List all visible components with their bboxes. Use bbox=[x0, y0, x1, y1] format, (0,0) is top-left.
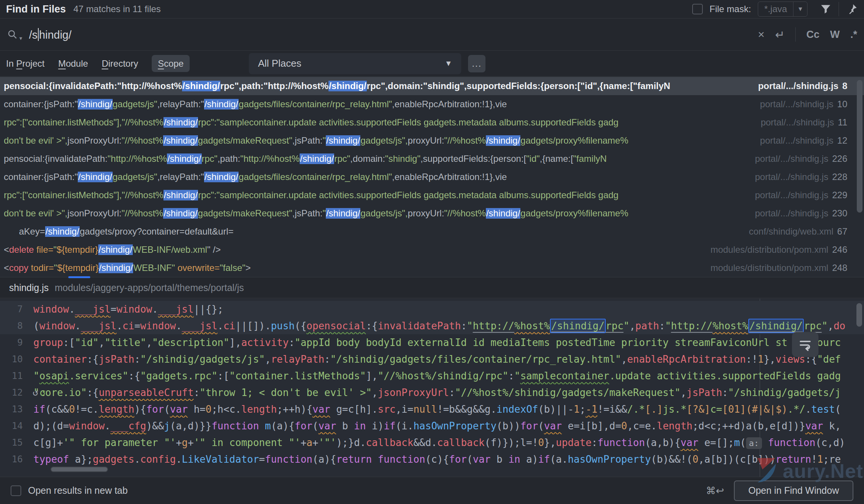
result-row[interactable]: don't be evil' >",jsonProxyUrl:"//%host%… bbox=[0, 131, 864, 150]
scope-select[interactable]: All Places ▼ bbox=[249, 53, 461, 74]
search-icon[interactable]: ▾ bbox=[7, 29, 22, 40]
results-list: pensocial:{invalidatePath:"http://%host%… bbox=[0, 77, 864, 277]
chevron-down-icon[interactable]: ▼ bbox=[793, 2, 807, 16]
words-toggle[interactable]: W bbox=[830, 29, 840, 41]
text-segment: if bbox=[538, 454, 550, 465]
search-input[interactable]: /shindig/ bbox=[29, 28, 72, 41]
text-segment: [01] bbox=[722, 404, 746, 415]
text-segment: ,relayPath:" bbox=[157, 99, 204, 109]
text-segment: 0 bbox=[69, 404, 75, 415]
text-segment: unparseableCruft bbox=[99, 387, 193, 398]
file-mask-value: *.java bbox=[758, 2, 793, 16]
file-mask-checkbox[interactable] bbox=[692, 4, 703, 14]
regex-toggle[interactable]: .* bbox=[850, 29, 857, 41]
text-segment: overwrite= bbox=[175, 263, 220, 273]
scope-tab-directory[interactable]: Directory bbox=[102, 58, 138, 69]
text-segment: , bbox=[680, 387, 686, 398]
result-row[interactable]: don't be evil' >",jsonProxyUrl:"//%host%… bbox=[0, 204, 864, 222]
result-file-path: modules/distribution/pom.xml bbox=[710, 263, 828, 273]
text-segment: ___cfg bbox=[111, 420, 146, 432]
result-text: container:{jsPath:"/shindig/gadgets/js",… bbox=[4, 172, 748, 182]
scope-tab-in-project[interactable]: In Project bbox=[6, 58, 44, 69]
code-text: d);(d=window.___cfg)&&j(a,d)}}function m… bbox=[33, 418, 864, 434]
result-line-number: 10 bbox=[837, 99, 847, 109]
result-text: don't be evil' >",jsonProxyUrl:"//%host%… bbox=[4, 135, 752, 146]
result-file-path: portal/.../shindig.js bbox=[760, 99, 833, 109]
open-in-new-tab-checkbox[interactable] bbox=[11, 485, 21, 496]
code-preview-editor[interactable]: 7window.___jsl=window.___jsl||{};8(windo… bbox=[0, 299, 864, 477]
result-line-number: 246 bbox=[832, 244, 847, 255]
result-row[interactable]: aKey=/shindig/gadgets/proxy?container=de… bbox=[0, 222, 864, 241]
text-segment: )&& bbox=[146, 420, 164, 432]
match-case-toggle[interactable]: Cc bbox=[806, 29, 820, 41]
text-segment: (i. bbox=[396, 420, 413, 432]
result-file-path: conf/shindig/web.xml bbox=[749, 226, 834, 236]
file-mask-combo[interactable]: *.java ▼ bbox=[758, 2, 807, 17]
text-segment: . bbox=[217, 320, 223, 332]
text-segment: %host% bbox=[713, 320, 748, 332]
text-segment: ( bbox=[835, 404, 841, 415]
text-segment: : bbox=[722, 387, 728, 398]
text-segment: .update activities.supportedFields gadg bbox=[609, 370, 840, 382]
text-segment: , bbox=[372, 387, 378, 398]
code-text: (window.___jsl.ci=window.___jsl.ci||[]).… bbox=[33, 318, 864, 334]
result-row[interactable]: <copy todir="${tempdir}/shindig/WEB-INF"… bbox=[0, 259, 864, 277]
text-segment: push bbox=[271, 320, 295, 332]
scope-tab-scope[interactable]: Scope bbox=[152, 55, 190, 72]
text-segment: , bbox=[265, 354, 271, 365]
text-segment: pensocial:{invalidatePath:"http://%host% bbox=[4, 81, 182, 91]
result-row[interactable]: rpc":["container.listMethods"],"//%host%… bbox=[0, 113, 864, 131]
newline-icon[interactable]: ↵ bbox=[775, 28, 785, 41]
scope-bar: In ProjectModuleDirectoryScope All Place… bbox=[0, 51, 864, 77]
text-segment: proxyUrl: bbox=[408, 135, 444, 146]
preview-header: shindig.js modules/jaggery-apps/portal/t… bbox=[0, 277, 864, 298]
text-segment: ;h<c. bbox=[212, 404, 241, 415]
open-in-find-window-button[interactable]: Open in Find Window bbox=[734, 481, 853, 501]
close-icon[interactable]: × bbox=[758, 28, 765, 41]
results-scrollbar[interactable] bbox=[857, 80, 862, 213]
result-row[interactable]: pensocial:{invalidatePath:"http://%host%… bbox=[0, 77, 864, 95]
result-line-number: 67 bbox=[837, 226, 847, 236]
text-segment: '"' bbox=[318, 437, 336, 448]
splitter-handle[interactable] bbox=[68, 276, 90, 278]
result-row[interactable]: rpc":["container.listMethods"],"//%host%… bbox=[0, 186, 864, 204]
result-row[interactable]: container:{jsPath:"/shindig/gadgets/js",… bbox=[0, 95, 864, 113]
code-text: "osapi.services":{"gadgets.rpc":["contai… bbox=[33, 368, 864, 384]
more-scopes-button[interactable]: ... bbox=[468, 55, 485, 72]
filter-icon[interactable] bbox=[820, 3, 832, 15]
open-in-new-tab-label: Open results in new tab bbox=[28, 485, 128, 496]
text-segment: gadgets/proxy?container=default&url= bbox=[80, 226, 234, 236]
text-segment: ( bbox=[740, 437, 746, 448]
text-segment: '" in component "' bbox=[194, 437, 301, 448]
editor-horizontal-scrollbar[interactable] bbox=[50, 466, 108, 472]
result-location: conf/shindig/web.xml67 bbox=[741, 226, 864, 237]
scope-tab-module[interactable]: Module bbox=[58, 58, 88, 69]
text-segment: , bbox=[99, 337, 105, 348]
recursive-call-icon[interactable]: ↺↺ bbox=[33, 384, 46, 401]
result-row[interactable]: container:{jsPath:"/shindig/gadgets/js",… bbox=[0, 168, 864, 186]
text-segment: rpc" bbox=[202, 153, 218, 164]
text-segment: if bbox=[384, 420, 396, 432]
editor-scrollbar[interactable] bbox=[856, 303, 862, 327]
text-segment: g=c[h]. bbox=[330, 404, 378, 415]
line-number: 7 bbox=[0, 301, 33, 318]
text-segment: var bbox=[680, 437, 698, 448]
text-segment: = bbox=[111, 304, 117, 315]
text-segment: "id" bbox=[526, 153, 540, 164]
pin-icon[interactable] bbox=[846, 3, 858, 15]
text-segment: function bbox=[597, 437, 645, 448]
text-segment: "//%host%/shindig/rpc" bbox=[378, 370, 508, 382]
result-row[interactable]: <delete file="${tempdir}/shindig/WEB-INF… bbox=[0, 241, 864, 259]
text-segment: config bbox=[140, 454, 176, 465]
text-segment: :{ bbox=[87, 387, 99, 398]
text-segment: container:{jsPath:" bbox=[4, 172, 78, 182]
text-segment: ,c=e. bbox=[627, 420, 657, 432]
text-segment: /shindig/ bbox=[204, 99, 239, 110]
result-row[interactable]: pensocial:{invalidatePath:"http://%host%… bbox=[0, 150, 864, 168]
line-number: 14 bbox=[0, 418, 33, 434]
soft-wrap-icon[interactable] bbox=[792, 332, 818, 357]
text-segment: rpc":["container.listMethods"],"//%host% bbox=[4, 190, 163, 200]
text-segment: rpc":["container.listMethods"],"//%host% bbox=[4, 117, 163, 127]
text-segment: function bbox=[265, 454, 313, 465]
text-segment: + bbox=[300, 437, 306, 448]
